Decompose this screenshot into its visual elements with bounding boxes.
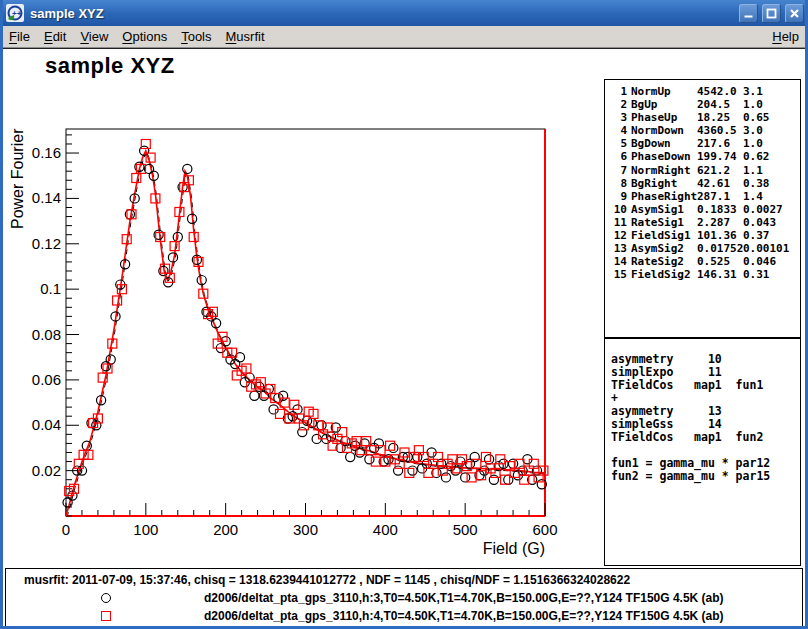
data-point-circle xyxy=(346,452,355,461)
minimize-button[interactable] xyxy=(739,4,758,23)
param-value: 0.1833 xyxy=(697,203,739,216)
param-name: AsymSig2 xyxy=(631,242,693,255)
y-tick-label: 0.14 xyxy=(32,189,61,206)
param-row: 1NormUp4542.03.1 xyxy=(605,85,800,98)
menu-item-file[interactable]: File xyxy=(2,27,37,46)
window-title: sample XYZ xyxy=(30,6,735,21)
param-name: AsymSig1 xyxy=(631,203,693,216)
y-tick-label: 0.08 xyxy=(32,326,61,343)
param-row: 7NormRight621.21.1 xyxy=(605,164,800,177)
param-error: 0.31 xyxy=(743,268,800,281)
param-error: 1.1 xyxy=(743,164,800,177)
menu-item-view[interactable]: View xyxy=(73,27,115,46)
param-error: 1.4 xyxy=(743,190,800,203)
data-point-circle xyxy=(485,455,494,464)
menu-item-musrfit[interactable]: Musrfit xyxy=(219,27,272,46)
x-tick-label: 0 xyxy=(62,521,70,538)
data-point-square xyxy=(386,441,395,450)
param-row: 12FieldSig1101.360.37 xyxy=(605,229,800,242)
y-axis-title: Power Fourier xyxy=(9,128,26,229)
data-point-square xyxy=(481,453,490,462)
data-point-square xyxy=(141,140,150,149)
plot-frame xyxy=(66,129,545,516)
param-idx: 12 xyxy=(611,229,627,242)
theory-box: asymmetry 10 simplExpo 11 TFieldCos map1… xyxy=(604,338,801,566)
param-value: 101.36 xyxy=(697,229,739,242)
y-tick-label: 0.06 xyxy=(32,371,61,388)
param-value: 199.74 xyxy=(697,150,739,163)
theory-text: asymmetry 10 simplExpo 11 TFieldCos map1… xyxy=(611,353,800,483)
param-row: 15FieldSig2146.310.31 xyxy=(605,268,800,281)
x-tick-label: 600 xyxy=(532,521,557,538)
data-point-circle xyxy=(250,391,259,400)
param-value: 621.2 xyxy=(697,164,739,177)
param-value: 4360.5 xyxy=(697,124,739,137)
param-name: BgRight xyxy=(631,177,693,190)
circle-marker-icon xyxy=(101,593,111,603)
param-name: PhaseDown xyxy=(631,150,693,163)
param-error: 3.0 xyxy=(743,124,800,137)
param-idx: 11 xyxy=(611,216,627,229)
param-name: RateSig1 xyxy=(631,216,693,229)
param-error: 0.043 xyxy=(743,216,800,229)
param-value: 146.31 xyxy=(697,268,739,281)
x-axis-title: Field (G) xyxy=(483,540,545,557)
param-idx: 7 xyxy=(611,164,627,177)
param-idx: 6 xyxy=(611,150,627,163)
data-point-circle xyxy=(504,475,513,484)
root-logo-icon: ++ xyxy=(6,4,24,22)
data-point-circle xyxy=(365,455,374,464)
close-button[interactable] xyxy=(785,4,804,23)
param-idx: 2 xyxy=(611,98,627,111)
legend-row: d2006/deltat_pta_gps_3110,h:4,T0=4.50K,T… xyxy=(6,609,802,625)
param-row: 13AsymSig20.017520.00101 xyxy=(605,242,800,255)
data-point-circle xyxy=(389,443,398,452)
y-tick-label: 0.04 xyxy=(32,416,61,433)
param-error: 0.37 xyxy=(743,229,800,242)
param-value: 4542.0 xyxy=(697,85,739,98)
param-value: 18.25 xyxy=(697,111,739,124)
param-idx: 1 xyxy=(611,85,627,98)
param-name: PhaseRight xyxy=(631,190,693,203)
square-marker-icon xyxy=(101,611,111,621)
param-value: 42.61 xyxy=(697,177,739,190)
maximize-button[interactable] xyxy=(762,4,781,23)
param-row: 11RateSig12.2870.043 xyxy=(605,216,800,229)
param-row: 4NormDown4360.53.0 xyxy=(605,124,800,137)
x-tick-label: 300 xyxy=(293,521,318,538)
param-value: 0.525 xyxy=(697,255,739,268)
window-titlebar: ++ sample XYZ xyxy=(0,0,808,26)
fit-status-text: musrfit: 2011-07-09, 15:37:46, chisq = 1… xyxy=(24,573,630,587)
param-name: RateSig2 xyxy=(631,255,693,268)
menu-item-options[interactable]: Options xyxy=(115,27,174,46)
data-point-circle xyxy=(317,421,326,430)
legend-row: d2006/deltat_pta_gps_3110,h:3,T0=4.50K,T… xyxy=(6,591,802,607)
param-row: 5BgDown217.61.0 xyxy=(605,137,800,150)
param-idx: 3 xyxy=(611,111,627,124)
x-tick-label: 200 xyxy=(213,521,238,538)
param-value: 2.287 xyxy=(697,216,739,229)
menu-item-edit[interactable]: Edit xyxy=(37,27,73,46)
root-canvas: sample XYZ 01002003004005006000.020.040.… xyxy=(3,48,805,626)
param-row: 8BgRight42.610.38 xyxy=(605,177,800,190)
param-value: 217.6 xyxy=(697,137,739,150)
param-row: 2BgUp204.51.0 xyxy=(605,98,800,111)
param-idx: 15 xyxy=(611,268,627,281)
param-error: 0.62 xyxy=(743,150,800,163)
menu-bar: FileEditViewOptionsToolsMusrfitHelp xyxy=(0,26,808,48)
param-row: 9PhaseRight287.11.4 xyxy=(605,190,800,203)
menu-item-tools[interactable]: Tools xyxy=(174,27,218,46)
data-point-circle xyxy=(63,498,72,507)
x-tick-label: 500 xyxy=(453,521,478,538)
data-point-circle xyxy=(183,164,192,173)
y-tick-label: 0.1 xyxy=(40,280,61,297)
data-point-circle xyxy=(509,459,518,468)
param-value: 204.5 xyxy=(697,98,739,111)
y-tick-label: 0.02 xyxy=(32,462,61,479)
x-tick-label: 400 xyxy=(373,521,398,538)
status-area: musrfit: 2011-07-09, 15:37:46, chisq = 1… xyxy=(5,568,803,626)
param-name: NormDown xyxy=(631,124,693,137)
y-tick-label: 0.16 xyxy=(32,144,61,161)
param-row: 14RateSig20.5250.046 xyxy=(605,255,800,268)
menu-item-help[interactable]: Help xyxy=(765,27,806,46)
